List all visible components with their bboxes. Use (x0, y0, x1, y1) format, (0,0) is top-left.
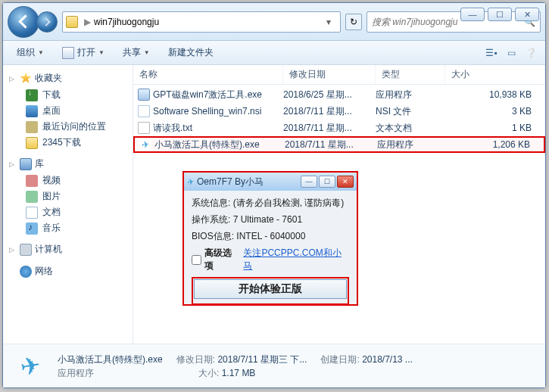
advanced-label: 高级选项 (204, 247, 240, 272)
sidebar-item-video[interactable]: 视频 (3, 173, 133, 188)
sidebar-library[interactable]: ▷库 (3, 155, 133, 173)
open-button[interactable]: 打开▼ (55, 43, 112, 62)
dialog-os: 7 Ultimate - 7601 (233, 214, 302, 225)
sidebar-item-2345[interactable]: 2345下载 (3, 135, 133, 151)
computer-icon (20, 244, 32, 256)
sidebar-item-pictures[interactable]: 图片 (3, 188, 133, 204)
start-button[interactable]: 开始体验正版 (194, 279, 347, 299)
status-cdate: 2018/7/13 ... (362, 354, 413, 365)
sidebar-favorites[interactable]: ▷收藏夹 (3, 70, 133, 87)
dialog-titlebar[interactable]: ✈ Oem7F7 By小马 — ☐ ✕ (184, 173, 357, 191)
video-icon (26, 175, 38, 187)
network-icon (20, 266, 32, 278)
app-icon: ✈ (139, 138, 151, 151)
app-icon: ✈ (186, 176, 195, 187)
column-headers: 名称 修改日期 类型 大小 (133, 65, 545, 85)
back-button[interactable] (8, 6, 39, 38)
status-filetype: 应用程序 (58, 366, 94, 380)
table-row-selected[interactable]: ✈小马激活工具(特殊型).exe 2018/7/11 星期...应用程序1,20… (133, 136, 545, 153)
breadcrumb-sep: ▶ (84, 17, 91, 27)
sidebar-item-documents[interactable]: 文档 (3, 204, 133, 220)
sidebar-item-recent[interactable]: 最近访问的位置 (3, 119, 133, 135)
sidebar: ▷收藏夹 下载 桌面 最近访问的位置 2345下载 ▷库 视频 图片 文档 音乐… (3, 65, 133, 344)
minimize-button[interactable]: — (460, 8, 485, 21)
table-row[interactable]: Software Shelling_win7.nsi 2018/7/11 星期.… (133, 103, 545, 120)
download-icon (26, 89, 38, 101)
dialog-bios: INTEL - 6040000 (236, 231, 305, 241)
refresh-button[interactable]: ↻ (345, 14, 362, 30)
status-mdate: 2018/7/11 星期三 下... (217, 354, 307, 365)
toolbar: 组织▼ 打开▼ 共享▼ 新建文件夹 ☰▪ ▭ ❔ (3, 41, 545, 65)
sidebar-item-music[interactable]: 音乐 (3, 220, 133, 236)
dialog-body: 系统信息: (请务必自我检测, 谨防病毒) 操作系统: 7 Ultimate -… (184, 191, 357, 315)
file-icon (138, 105, 150, 117)
dialog-close[interactable]: ✕ (337, 176, 354, 188)
sidebar-computer[interactable]: ▷计算机 (3, 241, 133, 258)
maximize-button[interactable]: ☐ (488, 8, 512, 21)
open-icon (62, 47, 74, 59)
col-size[interactable]: 大小 (445, 65, 545, 84)
breadcrumb-folder[interactable]: win7jihuogongju (94, 17, 159, 27)
folder-icon (26, 137, 38, 149)
library-icon (20, 158, 32, 170)
exe-icon (138, 89, 150, 101)
status-filename: 小马激活工具(特殊型).exe (58, 353, 163, 366)
txt-icon (138, 122, 150, 134)
status-bar: ✈ 小马激活工具(特殊型).exe 修改日期: 2018/7/11 星期三 下.… (3, 344, 545, 387)
help-button[interactable]: ❔ (522, 45, 539, 61)
col-name[interactable]: 名称 (133, 65, 283, 84)
forward-button[interactable] (36, 11, 58, 33)
dialog-maximize[interactable]: ☐ (319, 176, 335, 188)
dialog-minimize[interactable]: — (301, 176, 317, 188)
window-controls: — ☐ ✕ (460, 8, 539, 21)
col-type[interactable]: 类型 (376, 65, 445, 84)
picture-icon (26, 191, 38, 203)
folder-icon (66, 16, 78, 28)
desktop-icon (26, 105, 38, 117)
sidebar-item-desktop[interactable]: 桌面 (3, 103, 133, 119)
share-button[interactable]: 共享▼ (115, 43, 158, 62)
dialog-sysinfo: (请务必自我检测, 谨防病毒) (233, 198, 345, 208)
view-button[interactable]: ☰▪ (483, 45, 500, 61)
advanced-checkbox[interactable] (192, 255, 201, 265)
col-date[interactable]: 修改日期 (283, 65, 376, 84)
activator-dialog: ✈ Oem7F7 By小马 — ☐ ✕ 系统信息: (请务必自我检测, 谨防病毒… (182, 171, 358, 306)
newfolder-button[interactable]: 新建文件夹 (161, 43, 221, 62)
table-row[interactable]: 请读我.txt 2018/7/11 星期...文本文档1 KB (133, 120, 545, 136)
close-button[interactable]: ✕ (515, 8, 539, 21)
table-row[interactable]: GPT磁盘win7激活工具.exe 2018/6/25 星期...应用程序10,… (133, 86, 545, 103)
preview-button[interactable]: ▭ (503, 45, 519, 61)
recent-icon (26, 121, 38, 133)
sidebar-item-downloads[interactable]: 下载 (3, 87, 133, 103)
star-icon (20, 73, 32, 85)
organize-button[interactable]: 组织▼ (9, 43, 51, 62)
document-icon (26, 207, 38, 219)
dialog-title: Oem7F7 By小马 (197, 176, 298, 188)
address-dropdown-icon[interactable]: ▾ (326, 17, 337, 27)
address-bar[interactable]: ▶ win7jihuogongju ▾ (62, 11, 341, 33)
status-file-icon: ✈ (12, 350, 48, 382)
dialog-link[interactable]: 关注PCCPPC.COM和小马 (243, 247, 349, 272)
status-size: 1.17 MB (222, 368, 256, 378)
music-icon (26, 222, 38, 235)
sidebar-network[interactable]: 网络 (3, 263, 133, 280)
